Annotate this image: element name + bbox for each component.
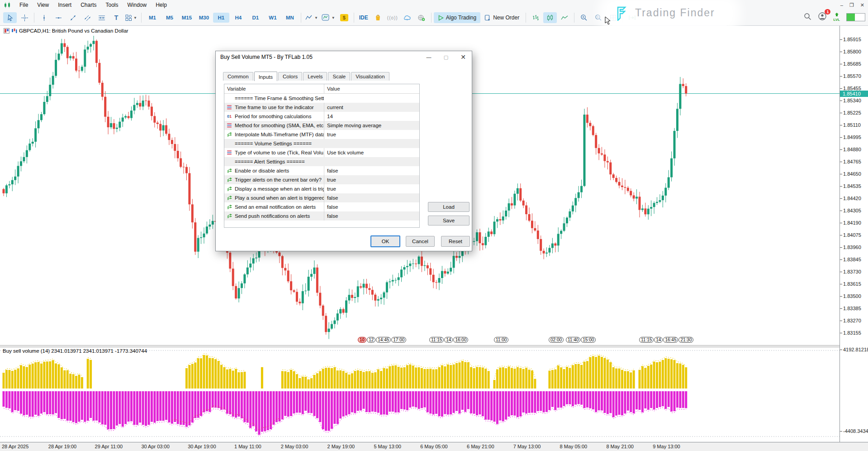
bar-chart-type-button[interactable] [529, 12, 542, 23]
line-chart-type-button[interactable] [558, 12, 571, 23]
pane-separator[interactable] [0, 345, 868, 347]
buy-sell-volume-pane[interactable] [0, 347, 840, 442]
alert-time-tag[interactable]: 11:15 [429, 337, 444, 343]
menu-window[interactable]: Window [123, 0, 152, 10]
ok-button[interactable]: OK [370, 235, 400, 247]
input-row[interactable]: Time frame to use for the indicatorcurre… [224, 103, 419, 112]
alert-time-tag[interactable]: 16:00 [453, 337, 468, 343]
chart-shift-button[interactable] [626, 12, 639, 23]
window-close-button[interactable]: ✕ [860, 2, 864, 8]
dialog-tab-scale[interactable]: Scale [328, 72, 350, 81]
zoom-in-button[interactable] [577, 12, 591, 23]
fibonacci-tool-button[interactable] [95, 12, 109, 23]
market-button[interactable] [371, 12, 385, 23]
alert-time-tag[interactable]: 10 [358, 337, 366, 343]
input-value-cell[interactable]: current [324, 103, 419, 112]
alert-time-tag[interactable]: 17:00 [391, 337, 406, 343]
alert-time-tag[interactable]: 11:00 [494, 337, 508, 343]
input-row[interactable]: Type of volume to use (Tick, Real Volu..… [224, 148, 419, 157]
input-row[interactable]: Method for smoothing (SMA, EMA, etc.)Sim… [224, 121, 419, 130]
dialog-tab-colors[interactable]: Colors [278, 72, 302, 81]
crosshair-tool-button[interactable] [18, 12, 31, 23]
alert-time-tag[interactable]: 02:00 [549, 337, 564, 343]
value-column-header[interactable]: Value [324, 84, 419, 93]
alert-time-tag[interactable]: 12 [367, 337, 375, 343]
input-row[interactable]: Send push notifications on alertsfalse [224, 211, 419, 221]
signals-button[interactable]: ((o)) [386, 12, 399, 23]
alert-time-tag[interactable]: 16:45 [663, 337, 678, 343]
trendline-tool-button[interactable] [66, 12, 80, 23]
input-value-cell[interactable]: false [324, 166, 419, 175]
variable-column-header[interactable]: Variable [224, 84, 324, 93]
input-value-cell[interactable]: false [324, 211, 419, 221]
dialog-tab-common[interactable]: Common [223, 72, 253, 81]
alert-time-tag[interactable]: 11:15 [639, 337, 654, 343]
dialog-close-button[interactable]: ✕ [455, 53, 472, 61]
alert-time-tag[interactable]: 11:40 [566, 337, 580, 343]
cloud-button[interactable] [400, 12, 414, 23]
community-button[interactable] [415, 12, 428, 23]
dialog-tab-levels[interactable]: Levels [303, 72, 327, 81]
timeframe-D1[interactable]: D1 [247, 13, 264, 23]
chart-profile-button[interactable]: ▼ [320, 12, 337, 23]
new-order-button[interactable]: New Order [480, 12, 523, 23]
window-minimize-button[interactable]: – [840, 2, 843, 8]
dialog-titlebar[interactable]: Buy Sell Volume MT5 - By TFLab 1.05 — ▢ … [216, 51, 472, 63]
reset-button[interactable]: Reset [441, 236, 470, 247]
alert-time-tag[interactable]: 21:30 [678, 337, 693, 343]
dialog-minimize-button[interactable]: — [420, 54, 437, 60]
algo-trading-button[interactable]: Algo Trading [434, 12, 480, 23]
level-icon[interactable]: LVL [833, 13, 840, 22]
menu-charts[interactable]: Charts [76, 0, 101, 10]
timeframe-MN[interactable]: MN [282, 13, 298, 23]
alert-time-tag[interactable]: 15:00 [581, 337, 596, 343]
dialog-maximize-button[interactable]: ▢ [437, 54, 455, 60]
load-button[interactable]: Load [428, 202, 470, 212]
metaeditor-ide-button[interactable]: IDE [357, 12, 370, 23]
dialog-tab-inputs[interactable]: Inputs [254, 72, 277, 81]
price-axis[interactable]: 1.859151.858001.856851.855701.854551.853… [840, 25, 868, 442]
timeframe-H1[interactable]: H1 [213, 13, 229, 23]
time-axis[interactable]: 28 Apr 202528 Apr 19:0029 Apr 11:0030 Ap… [0, 442, 868, 451]
horizontal-line-tool-button[interactable] [52, 12, 65, 23]
input-row[interactable]: Send an email notification on alertsfals… [224, 202, 419, 211]
input-row[interactable]: Play a sound when an alert is triggeredf… [224, 193, 419, 202]
input-row[interactable]: Interpolate Multi-Timeframe (MTF) data?t… [224, 130, 419, 139]
timeframe-H4[interactable]: H4 [230, 13, 247, 23]
shapes-tool-button[interactable]: ▼ [124, 12, 138, 23]
dialog-tab-visualization[interactable]: Visualization [351, 72, 389, 81]
cursor-tool-button[interactable] [3, 12, 17, 23]
timeframe-M30[interactable]: M30 [196, 13, 212, 23]
input-row[interactable]: ====== Alert Settings ====== [224, 157, 419, 166]
profile-icon[interactable]: 1 [818, 12, 827, 22]
input-value-cell[interactable]: 14 [324, 112, 419, 121]
input-row[interactable]: Trigger alerts on the current bar only?t… [224, 175, 419, 184]
input-value-cell[interactable]: Use tick volume [324, 148, 419, 157]
timeframe-M15[interactable]: M15 [179, 13, 195, 23]
indicators-button[interactable]: ▼ [304, 12, 319, 23]
input-value-cell[interactable]: true [324, 175, 419, 184]
input-value-cell[interactable]: false [324, 202, 419, 211]
input-row[interactable]: Enable or disable alertsfalse [224, 166, 419, 175]
input-row[interactable]: ====== Time Frame & Smoothing Settin... [224, 94, 419, 103]
menu-help[interactable]: Help [151, 0, 171, 10]
candlestick-chart-type-button[interactable] [543, 12, 557, 23]
input-value-cell[interactable]: false [324, 193, 419, 202]
menu-insert[interactable]: Insert [53, 0, 76, 10]
alert-time-tag[interactable]: 14 [444, 337, 453, 343]
zoom-out-button[interactable] [592, 12, 605, 23]
timeframe-M1[interactable]: M1 [144, 13, 161, 23]
input-value-cell[interactable]: true [324, 130, 419, 139]
menu-file[interactable]: File [15, 0, 33, 10]
save-button[interactable]: Save [428, 216, 470, 226]
search-icon[interactable] [804, 13, 811, 22]
timeframe-M5[interactable]: M5 [161, 13, 178, 23]
channel-tool-button[interactable] [81, 12, 94, 23]
menu-view[interactable]: View [33, 0, 53, 10]
deposit-button[interactable]: $ [337, 12, 351, 23]
tile-windows-button[interactable] [606, 12, 620, 23]
alert-time-tag[interactable]: 14:45 [376, 337, 391, 343]
timeframe-W1[interactable]: W1 [265, 13, 281, 23]
alert-time-tag[interactable]: 14 [654, 337, 663, 343]
input-value-cell[interactable]: Simple moving average [324, 121, 419, 130]
